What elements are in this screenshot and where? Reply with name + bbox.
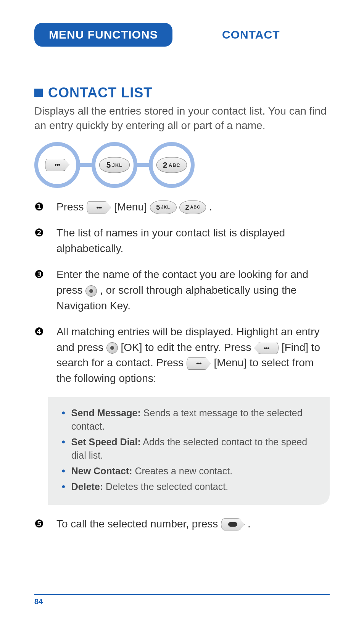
section-heading: CONTACT LIST <box>34 85 330 101</box>
step-body: To call the selected number, press . <box>56 516 330 532</box>
tab-contact: CONTACT <box>172 28 330 41</box>
option-label: Set Speed Dial: <box>71 437 141 447</box>
seq-connector <box>80 163 92 167</box>
step-3: ❸ Enter the name of the contact you are … <box>34 267 330 314</box>
ok-key-icon <box>85 285 97 297</box>
text: Press <box>56 201 87 213</box>
step-5: ❺ To call the selected number, press . <box>34 516 330 532</box>
key-5jkl-icon: 5JKL <box>99 157 130 173</box>
text: [Menu] <box>114 201 150 213</box>
steps-list: ❶ Press [Menu] 5JKL 2ABC . ❷ The list of… <box>34 199 330 532</box>
seq-connector <box>137 163 149 167</box>
softkey-right-icon <box>187 357 211 370</box>
step-2: ❷ The list of names in your contact list… <box>34 225 330 256</box>
step-number: ❸ <box>34 267 46 314</box>
tab-menu-functions: MENU FUNCTIONS <box>34 23 172 47</box>
option-text: Send Message: Sends a text message to th… <box>71 406 319 433</box>
key-letters: JKL <box>112 162 122 168</box>
option-item: •Delete: Deletes the selected contact. <box>62 480 319 493</box>
seq-circle-1 <box>34 142 80 188</box>
step-number: ❹ <box>34 324 46 386</box>
option-text: Set Speed Dial: Adds the selected contac… <box>71 435 319 462</box>
seq-circle-2: 5JKL <box>92 142 137 188</box>
footer: 84 <box>34 594 330 606</box>
send-key-icon <box>221 518 245 530</box>
step-body: Enter the name of the contact you are lo… <box>56 267 330 314</box>
step-body: Press [Menu] 5JKL 2ABC . <box>56 199 330 215</box>
bullet-icon: • <box>62 435 65 462</box>
option-label: New Contact: <box>71 466 132 476</box>
step-number: ❷ <box>34 225 46 256</box>
key-digit: 5 <box>106 160 111 170</box>
section-title: CONTACT LIST <box>48 85 152 101</box>
text: . <box>209 201 212 213</box>
header-tabs: MENU FUNCTIONS CONTACT <box>34 23 330 47</box>
key-2abc-icon: 2ABC <box>156 157 187 173</box>
text: To call the selected number, press <box>56 518 221 530</box>
key-5jkl-icon: 5JKL <box>150 201 177 214</box>
text: . <box>248 518 251 530</box>
option-item: •New Contact: Creates a new contact. <box>62 464 319 478</box>
option-item: •Set Speed Dial: Adds the selected conta… <box>62 435 319 462</box>
key-letters: JKL <box>161 204 170 210</box>
bullet-icon: • <box>62 406 65 433</box>
softkey-right-icon <box>45 159 69 171</box>
option-label: Delete: <box>71 481 103 492</box>
step-4: ❹ All matching entries will be displayed… <box>34 324 330 386</box>
softkey-left-icon <box>254 342 279 354</box>
option-text: Delete: Deletes the selected contact. <box>71 480 228 493</box>
step-body: The list of names in your contact list i… <box>56 225 330 256</box>
square-bullet-icon <box>34 89 43 97</box>
bullet-icon: • <box>62 464 65 478</box>
step-number: ❺ <box>34 516 46 532</box>
option-text: New Contact: Creates a new contact. <box>71 464 232 478</box>
seq-circle-3: 2ABC <box>149 142 195 188</box>
softkey-right-icon <box>87 201 111 213</box>
section-intro: Displays all the entries stored in your … <box>34 104 330 133</box>
key-letters: ABC <box>190 204 200 210</box>
text: [OK] to edit the entry. Press <box>121 341 254 353</box>
key-sequence-graphic: 5JKL 2ABC <box>34 142 330 188</box>
key-2abc-icon: 2ABC <box>179 201 206 214</box>
key-digit: 5 <box>156 202 160 212</box>
step-body: All matching entries will be displayed. … <box>56 324 330 386</box>
option-item: •Send Message: Sends a text message to t… <box>62 406 319 433</box>
option-label: Send Message: <box>71 407 141 418</box>
key-digit: 2 <box>185 202 189 212</box>
step-number: ❶ <box>34 199 46 215</box>
key-letters: ABC <box>169 162 180 168</box>
page-number: 84 <box>34 597 43 606</box>
key-digit: 2 <box>163 160 168 170</box>
ok-key-icon <box>106 342 118 354</box>
step-1: ❶ Press [Menu] 5JKL 2ABC . <box>34 199 330 215</box>
bullet-icon: • <box>62 480 65 493</box>
options-box: •Send Message: Sends a text message to t… <box>48 397 330 505</box>
